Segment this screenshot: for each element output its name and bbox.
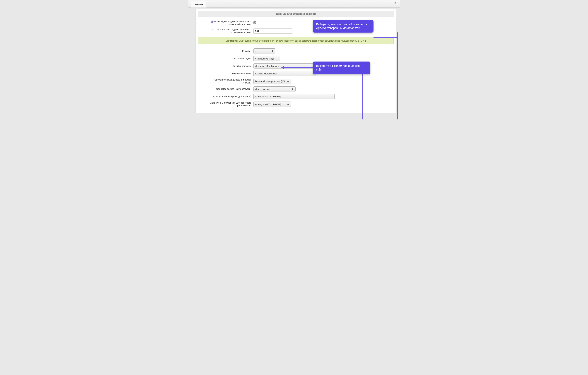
callout-sku: Выберите, чем у вас на сайте является Ар…	[313, 20, 374, 32]
select-value: Внешний номер заказа (ID)	[255, 80, 285, 82]
select-value: Физическое лицо	[255, 57, 274, 60]
help-icon[interactable]	[210, 20, 213, 23]
section-title: Данные для создания заказов	[198, 11, 394, 17]
input-user-id[interactable]	[253, 28, 293, 34]
select-value: Доставка МегаМаркет	[255, 65, 279, 67]
label-order-prop-ship: Свойство заказа (Дата отгрузки)	[198, 88, 253, 91]
chevron-updown-icon	[287, 80, 289, 83]
select-value: Оплата МегаМаркет	[255, 72, 277, 75]
tab-bar: Заказы	[188, 0, 400, 8]
select-value: s1	[255, 50, 258, 52]
chevron-updown-icon	[287, 103, 289, 106]
label-order-prop-ext: Свойство заказа (Внешний номер заказа)	[198, 78, 253, 84]
select-order-prop-ship[interactable]: Дата отгрузки	[253, 86, 295, 92]
label-sku-offer: Артикул в МегаМаркет (для торгового пред…	[198, 101, 253, 107]
pin-icon[interactable]	[394, 2, 397, 5]
arrow-to-site-select	[284, 67, 313, 68]
callout-site: Выберите в каждом профиле свой сайт	[313, 61, 370, 74]
label-sku-product: Артикул в МегаМаркет (для товара)	[198, 95, 253, 98]
connector-outer-top	[374, 37, 398, 38]
select-order-prop-ext[interactable]: Внешний номер заказа (ID)	[253, 79, 291, 84]
tab-orders[interactable]: Заказы	[191, 1, 206, 8]
select-value: Артикул [ARTNUMBER]	[255, 95, 281, 98]
chevron-updown-icon	[331, 95, 333, 98]
chevron-updown-icon	[292, 88, 294, 91]
label-no-buyer-data: Не передавать данные покупателя с маркет…	[198, 20, 253, 26]
select-sku-offer[interactable]: Артикул [ARTNUMBER]	[253, 101, 291, 107]
checkbox-no-buyer-data[interactable]	[253, 21, 256, 24]
select-sku-product[interactable]: Артикул [ARTNUMBER]	[253, 94, 335, 99]
label-user-id: ID пользователя, под которым будет созда…	[198, 28, 253, 34]
select-value: Дата отгрузки	[255, 88, 270, 90]
label-payer-type: Тип плательщика	[198, 57, 253, 60]
select-payer-type[interactable]: Физическое лицо	[253, 56, 280, 61]
select-value: Артикул [ARTNUMBER]	[255, 103, 281, 106]
alert-strong: Внимание!	[226, 39, 238, 42]
label-payment: Платежная система	[198, 72, 253, 75]
label-site-id: ID сайта	[198, 50, 253, 53]
select-site-id[interactable]: s1	[253, 49, 275, 54]
chevron-updown-icon	[272, 50, 274, 53]
label-delivery: Служба доставки	[198, 65, 253, 68]
connector-inner	[346, 73, 363, 120]
chevron-updown-icon	[276, 57, 279, 60]
select-payment[interactable]: Оплата МегаМаркет	[253, 71, 316, 76]
tab-label: Заказы	[194, 3, 203, 6]
